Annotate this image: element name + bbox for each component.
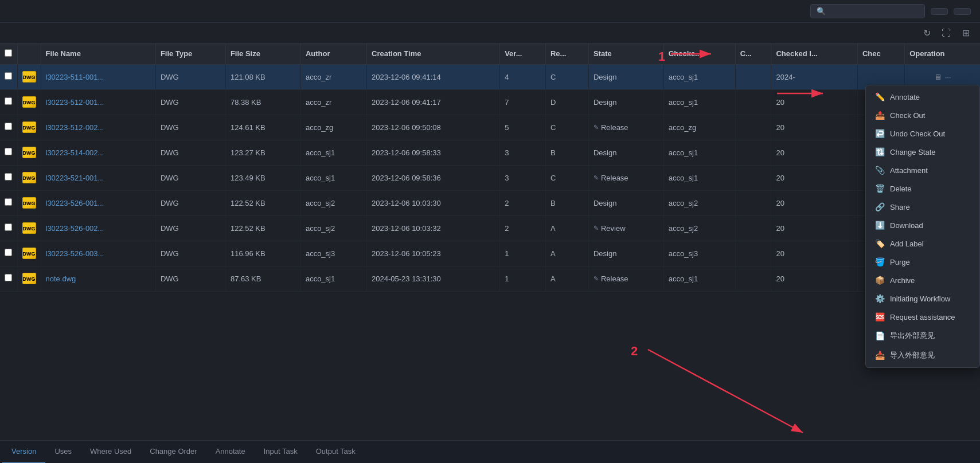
table-row[interactable]: DWG l30223-514-002... DWG 123.27 KB acco… xyxy=(0,140,980,165)
menu-item-icon: ⚙️ xyxy=(875,294,884,303)
header-check[interactable]: Chec xyxy=(857,44,904,64)
table-row[interactable]: DWG note.dwg DWG 87.63 KB acco_sj1 2024-… xyxy=(0,266,980,291)
upload-button[interactable] xyxy=(954,8,971,15)
row-checkbox[interactable] xyxy=(0,140,17,165)
cell-file-name[interactable]: note.dwg xyxy=(41,266,155,291)
cell-author: acco_zr xyxy=(300,64,366,89)
header-file-name[interactable]: File Name xyxy=(41,44,155,64)
header-checkbox[interactable] xyxy=(0,44,17,64)
cell-checked-by: acco_sj1 xyxy=(663,266,735,291)
tab-where-used[interactable]: Where Used xyxy=(81,441,140,464)
refresh-icon[interactable]: ↻ xyxy=(919,26,934,41)
search-input[interactable] xyxy=(829,7,915,15)
header-revision[interactable]: Re... xyxy=(545,44,588,64)
row-checkbox[interactable] xyxy=(0,241,17,266)
context-menu-item-purge[interactable]: 🪣 Purge xyxy=(866,253,979,271)
cell-checked-by: acco_sj2 xyxy=(663,215,735,241)
search-box[interactable]: 🔍 xyxy=(810,4,925,18)
row-checkbox[interactable] xyxy=(0,64,17,89)
context-menu-item-导出外部意见[interactable]: 📄 导出外部意见 xyxy=(866,326,979,346)
table-row[interactable]: DWG l30223-521-001... DWG 123.49 KB acco… xyxy=(0,165,980,190)
header-file-type[interactable]: File Type xyxy=(155,44,225,64)
cell-file-name[interactable]: l30223-526-003... xyxy=(41,241,155,266)
context-menu-item-delete[interactable]: 🗑️ Delete xyxy=(866,179,979,198)
grid-icon[interactable]: ⊞ xyxy=(958,26,973,41)
menu-item-label: Initiating Workflow xyxy=(890,295,950,303)
row-checkbox[interactable] xyxy=(0,165,17,190)
cell-revision: A xyxy=(545,215,588,241)
cell-file-name[interactable]: l30223-521-001... xyxy=(41,165,155,190)
table-row[interactable]: DWG l30223-526-002... DWG 122.52 KB acco… xyxy=(0,215,980,241)
cell-checked-in: 20 xyxy=(771,215,857,241)
menu-item-label: Request assistance xyxy=(890,313,955,321)
table-row[interactable]: DWG l30223-526-001... DWG 122.52 KB acco… xyxy=(0,190,980,215)
tab-version[interactable]: Version xyxy=(2,441,45,464)
context-menu-item-archive[interactable]: 📦 Archive xyxy=(866,271,979,289)
cell-creation-time: 2024-05-23 13:31:30 xyxy=(367,266,500,291)
header-state[interactable]: State xyxy=(588,44,663,64)
menu-item-icon: 📄 xyxy=(875,331,884,340)
state-edit-icon: ✎ xyxy=(594,225,599,232)
header-checked-by[interactable]: Checke... xyxy=(663,44,735,64)
file-type-icon: DWG xyxy=(17,115,41,140)
row-checkbox[interactable] xyxy=(0,215,17,241)
table-row[interactable]: DWG l30223-512-002... DWG 124.61 KB acco… xyxy=(0,115,980,140)
header-file-size[interactable]: File Size xyxy=(225,44,300,64)
cell-file-type: DWG xyxy=(155,215,225,241)
row-checkbox[interactable] xyxy=(0,266,17,291)
context-menu-item-request-assistance[interactable]: 🆘 Request assistance xyxy=(866,308,979,326)
row-checkbox[interactable] xyxy=(0,115,17,140)
tab-output-task[interactable]: Output Task xyxy=(307,441,365,464)
cell-file-name[interactable]: l30223-511-001... xyxy=(41,64,155,89)
context-menu-item-check-out[interactable]: 📤 Check Out xyxy=(866,106,979,124)
cell-version: 3 xyxy=(500,165,546,190)
context-menu-item-initiating-workflow[interactable]: ⚙️ Initiating Workflow xyxy=(866,289,979,308)
menu-item-label: 导出外部意见 xyxy=(890,331,935,341)
monitor-icon[interactable]: 🖥 xyxy=(934,73,942,81)
header-author[interactable]: Author xyxy=(300,44,366,64)
cell-c xyxy=(735,64,771,89)
tab-uses[interactable]: Uses xyxy=(45,441,81,464)
more-icon[interactable]: ··· xyxy=(945,73,951,81)
menu-item-icon: ⬇️ xyxy=(875,221,884,230)
tab-input-task[interactable]: Input Task xyxy=(255,441,307,464)
cell-file-name[interactable]: l30223-512-001... xyxy=(41,89,155,115)
state-edit-icon: ✎ xyxy=(594,275,599,282)
context-menu-item-change-state[interactable]: 🔃 Change State xyxy=(866,143,979,161)
header-checked-in[interactable]: Checked I... xyxy=(771,44,857,64)
header-c[interactable]: C... xyxy=(735,44,771,64)
cell-checked-in: 20 xyxy=(771,89,857,115)
cell-c xyxy=(735,266,771,291)
cell-revision: D xyxy=(545,89,588,115)
cell-version: 1 xyxy=(500,241,546,266)
cell-c xyxy=(735,241,771,266)
cell-file-type: DWG xyxy=(155,64,225,89)
cell-file-name[interactable]: l30223-514-002... xyxy=(41,140,155,165)
fullscreen-icon[interactable]: ⛶ xyxy=(939,26,954,41)
cell-checked-in: 20 xyxy=(771,266,857,291)
new-folder-button[interactable] xyxy=(931,8,948,15)
file-type-icon: DWG xyxy=(17,89,41,115)
context-menu-item-share[interactable]: 🔗 Share xyxy=(866,198,979,216)
cell-file-type: DWG xyxy=(155,115,225,140)
table-row[interactable]: DWG l30223-526-003... DWG 116.96 KB acco… xyxy=(0,241,980,266)
context-menu-item-add-label[interactable]: 🏷️ Add Label xyxy=(866,234,979,253)
menu-item-icon: ✏️ xyxy=(875,92,884,101)
tab-annotate[interactable]: Annotate xyxy=(206,441,255,464)
cell-file-name[interactable]: l30223-526-001... xyxy=(41,190,155,215)
cell-file-name[interactable]: l30223-512-002... xyxy=(41,115,155,140)
header-creation-time[interactable]: Creation Time xyxy=(367,44,500,64)
row-checkbox[interactable] xyxy=(0,190,17,215)
context-menu-item-download[interactable]: ⬇️ Download xyxy=(866,216,979,234)
context-menu-item-导入外部意见[interactable]: 📥 导入外部意见 xyxy=(866,346,979,365)
context-menu-item-undo-check-out[interactable]: ↩️ Undo Check Out xyxy=(866,124,979,143)
header-version[interactable]: Ver... xyxy=(500,44,546,64)
tab-change-order[interactable]: Change Order xyxy=(140,441,206,464)
cell-file-name[interactable]: l30223-526-002... xyxy=(41,215,155,241)
table-row[interactable]: DWG l30223-511-001... DWG 121.08 KB acco… xyxy=(0,64,980,89)
context-menu-item-annotate[interactable]: ✏️ Annotate xyxy=(866,88,979,106)
context-menu-item-attachment[interactable]: 📎 Attachment xyxy=(866,161,979,179)
table-row[interactable]: DWG l30223-512-001... DWG 78.38 KB acco_… xyxy=(0,89,980,115)
row-checkbox[interactable] xyxy=(0,89,17,115)
header-operation[interactable]: Operation xyxy=(905,44,980,64)
